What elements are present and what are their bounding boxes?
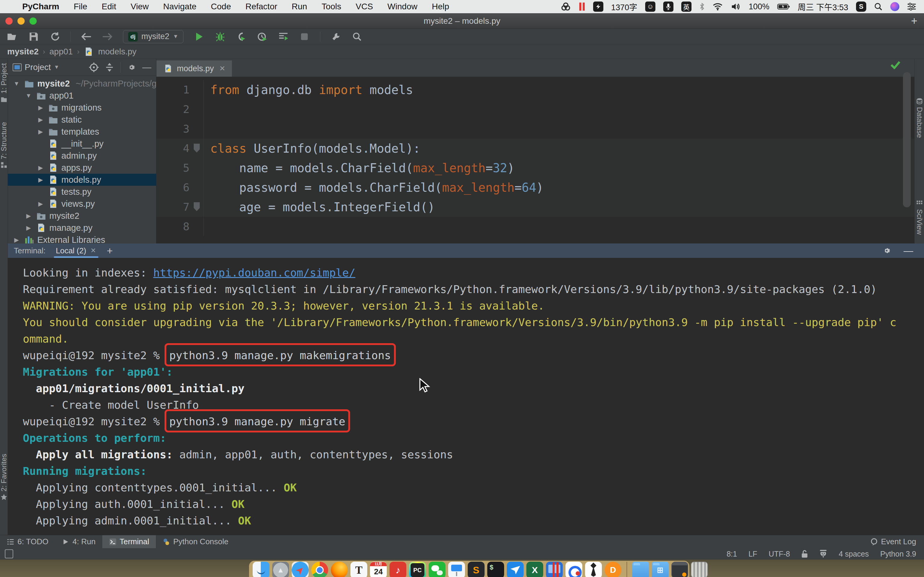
recording-pause-icon[interactable] xyxy=(579,2,585,12)
dock-icon-finder[interactable] xyxy=(253,562,270,577)
breadcrumb-project[interactable]: mysite2 xyxy=(7,47,39,56)
tree-item-mysite2[interactable]: ▼mysite2~/PycharmProjects/gx xyxy=(8,77,156,90)
dock-icon-netdisk[interactable] xyxy=(565,562,582,577)
tree-item-apps-py[interactable]: ▶apps.py xyxy=(8,162,156,174)
window-plus-icon[interactable]: + xyxy=(911,15,918,27)
dictation-mic-icon[interactable] xyxy=(663,2,674,12)
tree-item-static[interactable]: ▶static xyxy=(8,114,156,126)
dock-icon-folder-docs[interactable] xyxy=(632,562,649,577)
editor-scrollbar[interactable] xyxy=(903,72,911,207)
python-interpreter[interactable]: Python 3.9 xyxy=(880,550,916,558)
tree-expand-icon[interactable]: ▶ xyxy=(36,176,45,183)
sidebar-tab-structure[interactable]: 7: Structure xyxy=(0,122,8,168)
menu-window[interactable]: Window xyxy=(380,2,425,11)
tree-item-migrations[interactable]: ▶migrations xyxy=(8,102,156,114)
lock-icon[interactable] xyxy=(801,550,808,558)
sidebar-tab-project[interactable]: 1: Project xyxy=(0,63,8,103)
profiler-button[interactable] xyxy=(257,31,268,42)
wifi-icon[interactable] xyxy=(712,2,723,12)
clock-status[interactable]: 周三 下午3:53 xyxy=(798,1,848,13)
tree-item-views-py[interactable]: ▶views.py xyxy=(8,198,156,210)
fold-marker-icon[interactable] xyxy=(194,143,200,153)
dock-icon-dingtalk[interactable] xyxy=(507,562,523,577)
toolwindow-todo[interactable]: 6: TODO xyxy=(0,535,55,548)
toolwindow-run[interactable]: 4: Run xyxy=(55,535,102,548)
menu-vcs[interactable]: VCS xyxy=(349,2,381,11)
dock-icon-calendar[interactable]: 11月24 xyxy=(370,562,387,577)
stop-button[interactable] xyxy=(299,31,310,42)
line-separator[interactable]: LF xyxy=(748,550,757,558)
collapse-all-icon[interactable] xyxy=(105,63,114,72)
sync-icon[interactable] xyxy=(49,31,60,42)
code-line-7[interactable]: 7 age = models.IntegerField() xyxy=(157,197,914,217)
dock-icon-excel[interactable]: X xyxy=(527,562,543,577)
tree-item-app01[interactable]: ▼app01 xyxy=(8,90,156,102)
dock-icon-pycharm[interactable]: PC xyxy=(409,562,426,577)
tree-item-models-py[interactable]: ▶models.py xyxy=(8,174,156,186)
close-tab-icon[interactable]: ✕ xyxy=(219,64,225,73)
menu-run[interactable]: Run xyxy=(284,2,314,11)
tree-item-mysite2[interactable]: ▶mysite2 xyxy=(8,210,156,222)
tree-item-admin-py[interactable]: admin.py xyxy=(8,150,156,162)
tree-expand-icon[interactable]: ▶ xyxy=(36,164,45,171)
run-button[interactable] xyxy=(194,31,205,42)
menu-edit[interactable]: Edit xyxy=(94,2,123,11)
event-log-button[interactable]: Event Log xyxy=(870,537,924,546)
run-with-parameters-icon[interactable] xyxy=(278,31,289,42)
code-line-5[interactable]: 5 name = models.CharField(max_length=32) xyxy=(157,158,914,177)
dock-icon-parallels[interactable] xyxy=(546,562,563,577)
wrench-settings-icon[interactable] xyxy=(331,31,341,42)
sidebar-tab-favorites[interactable]: 2: Favorites xyxy=(0,454,8,500)
toolwindow-terminal[interactable]: Terminal xyxy=(102,535,156,548)
tree-expand-icon[interactable]: ▶ xyxy=(36,200,45,207)
open-icon[interactable] xyxy=(7,31,18,42)
menu-help[interactable]: Help xyxy=(425,2,457,11)
menu-pycharm[interactable]: PyCharm xyxy=(15,2,66,11)
dock-icon-trash[interactable] xyxy=(691,562,708,577)
menu-view[interactable]: View xyxy=(123,2,156,11)
tree-item-templates[interactable]: ▶templates xyxy=(8,126,156,138)
volume-icon[interactable] xyxy=(730,2,741,12)
thunder-bird-icon[interactable] xyxy=(593,2,603,12)
code-line-2[interactable]: 2 xyxy=(157,100,914,119)
menu-navigate[interactable]: Navigate xyxy=(156,2,204,11)
close-terminal-tab-icon[interactable]: ✕ xyxy=(90,247,96,255)
dock-icon-safari[interactable]: ➤ xyxy=(292,562,309,577)
project-view-selector[interactable]: Project ▼ xyxy=(13,63,59,72)
dock-icon-tv[interactable]: D xyxy=(604,562,622,577)
tree-expand-icon[interactable]: ▶ xyxy=(36,116,45,123)
tree-expand-icon[interactable]: ▶ xyxy=(24,224,33,231)
word-count-status[interactable]: 1370字 xyxy=(611,1,637,13)
forward-icon[interactable] xyxy=(102,31,113,42)
tree-expand-icon[interactable]: ▶ xyxy=(36,128,45,135)
search-everywhere-icon[interactable] xyxy=(352,31,362,42)
emoji-input-icon[interactable]: ☺ xyxy=(645,2,656,12)
battery-percentage[interactable]: 100% xyxy=(749,2,769,11)
editor-tab-models-py[interactable]: models.py ✕ xyxy=(157,60,232,77)
save-icon[interactable] xyxy=(28,31,39,42)
new-terminal-icon[interactable]: + xyxy=(107,245,113,257)
tree-item-manage-py[interactable]: ▶manage.py xyxy=(8,222,156,234)
sidebar-tab-sciview[interactable]: SciView xyxy=(915,200,924,235)
back-icon[interactable] xyxy=(81,31,92,42)
code-editor[interactable]: 1from django.db import models234class Us… xyxy=(157,77,914,243)
tree-item-tests-py[interactable]: tests.py xyxy=(8,186,156,198)
gear-icon[interactable] xyxy=(127,63,136,72)
tree-item-external-libraries[interactable]: ▶External Libraries xyxy=(8,234,156,243)
code-line-1[interactable]: 1from django.db import models xyxy=(157,80,914,100)
breadcrumb-app[interactable]: app01 xyxy=(49,47,73,56)
sidebar-tab-database[interactable]: Database xyxy=(915,98,924,138)
fold-marker-icon[interactable] xyxy=(194,202,200,211)
file-encoding[interactable]: UTF-8 xyxy=(769,550,790,558)
tree-expand-icon[interactable]: ▼ xyxy=(12,80,21,87)
terminal-tab-local[interactable]: Local (2) ✕ xyxy=(56,243,99,258)
code-line-6[interactable]: 6 password = models.CharField(max_length… xyxy=(157,177,914,197)
minimize-terminal-icon[interactable]: — xyxy=(903,245,913,256)
dock-icon-boss[interactable] xyxy=(585,562,602,577)
input-language-icon[interactable]: 英 xyxy=(681,2,691,12)
tree-item--init-py[interactable]: __init__.py xyxy=(8,138,156,150)
terminal-link[interactable]: https://pypi.douban.com/simple/ xyxy=(153,267,355,279)
dock-icon-chrome[interactable] xyxy=(311,562,328,577)
tree-expand-icon[interactable]: ▶ xyxy=(12,236,21,243)
breadcrumb-file[interactable]: models.py xyxy=(98,47,137,56)
